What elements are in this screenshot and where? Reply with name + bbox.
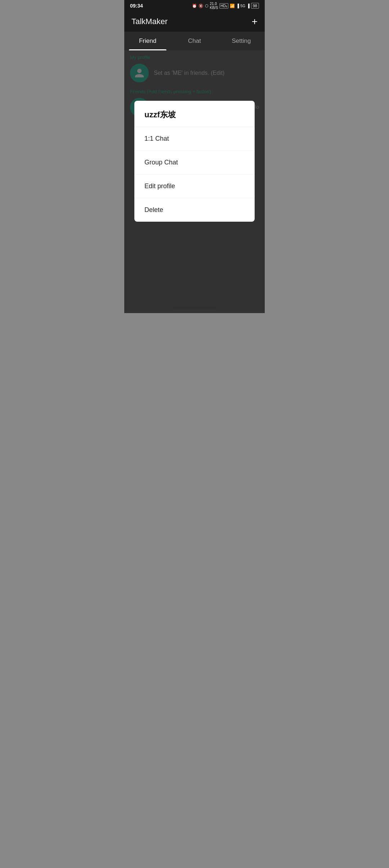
menu-item-edit-profile[interactable]: Edit profile [134,175,255,198]
signal-icon: ▐ [236,4,239,8]
menu-item-group-chat[interactable]: Group Chat [134,151,255,175]
alarm-icon: ⏰ [192,4,197,8]
menu-item-delete[interactable]: Delete [134,198,255,222]
hd-badge: HD₂ [219,3,228,9]
status-bar: 09:34 ⏰ 🔇 ⬡ 21.0KB/S HD₂ 📶 ▐ 5G ▐ 98 [124,0,265,12]
signal2-icon: ▐ [247,4,250,8]
status-time: 09:34 [130,3,143,9]
menu-username: uzzf东坡 [144,110,176,119]
main-content: My profile Set as 'ME' in friends. (Edit… [124,50,265,313]
fiveg-icon: 5G [241,4,245,8]
data-speed: 21.0KB/S [210,2,218,10]
bluetooth-icon: ⬡ [205,4,209,8]
status-icons: ⏰ 🔇 ⬡ 21.0KB/S HD₂ 📶 ▐ 5G ▐ 98 [192,2,259,10]
tab-friend[interactable]: Friend [124,32,171,50]
menu-header: uzzf东坡 [134,101,255,127]
tab-bar: Friend Chat Setting [124,32,265,50]
app-title: TalkMaker [131,17,167,26]
battery-icon: 98 [251,3,259,9]
menu-item-one-to-one-chat[interactable]: 1:1 Chat [134,127,255,151]
app-header: TalkMaker + [124,12,265,32]
context-menu: uzzf东坡 1:1 Chat Group Chat Edit profile … [134,101,255,222]
wifi-icon: 📶 [230,4,235,8]
add-button[interactable]: + [252,16,258,27]
tab-chat[interactable]: Chat [171,32,218,50]
tab-setting[interactable]: Setting [218,32,265,50]
mute-icon: 🔇 [198,4,204,8]
